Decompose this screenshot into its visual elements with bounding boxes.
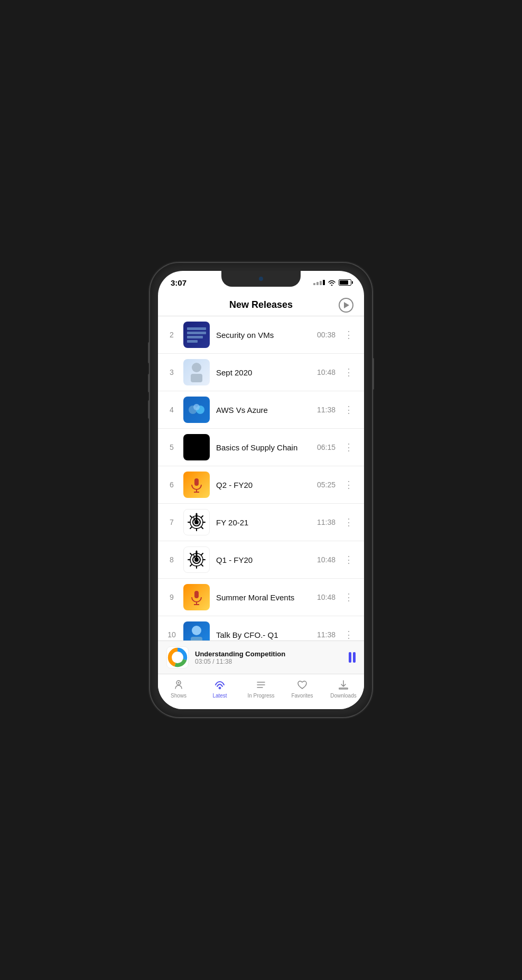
item-thumbnail bbox=[183, 397, 210, 423]
svg-rect-18 bbox=[191, 637, 202, 640]
favorites-tab-icon bbox=[296, 679, 309, 691]
now-playing-time: 03:05 / 11:38 bbox=[195, 658, 342, 665]
more-button[interactable]: ⋮ bbox=[342, 591, 356, 603]
list-item[interactable]: 9 Summer Moral Events 10:48 ⋮ bbox=[158, 579, 364, 616]
item-duration: 05:25 bbox=[317, 480, 335, 489]
item-thumbnail bbox=[183, 472, 210, 498]
tab-favorites[interactable]: Favorites bbox=[282, 679, 323, 699]
play-all-button[interactable] bbox=[339, 298, 353, 313]
item-number: 5 bbox=[166, 443, 177, 451]
tab-bar: Shows Latest bbox=[158, 674, 364, 709]
item-duration: 11:38 bbox=[317, 518, 335, 526]
item-duration: 06:15 bbox=[317, 443, 335, 451]
item-number: 6 bbox=[166, 480, 177, 489]
tab-latest-label: Latest bbox=[212, 693, 227, 699]
item-title: Security on VMs bbox=[216, 331, 311, 340]
svg-point-30 bbox=[174, 654, 182, 662]
item-number: 10 bbox=[166, 630, 177, 639]
item-title: FY 20-21 bbox=[216, 518, 311, 527]
wifi-icon bbox=[328, 279, 336, 286]
item-number: 4 bbox=[166, 406, 177, 414]
list-item[interactable]: 5 bbox=[158, 429, 364, 466]
now-playing-title: Understanding Competition bbox=[195, 650, 342, 658]
tab-favorites-label: Favorites bbox=[291, 693, 313, 699]
screen-content: New Releases 2 bbox=[158, 294, 364, 709]
item-duration: 10:48 bbox=[317, 593, 335, 601]
svg-rect-1 bbox=[191, 374, 202, 382]
pause-bar-left bbox=[349, 652, 351, 663]
header: New Releases bbox=[158, 294, 364, 316]
status-bar: 3:07 bbox=[158, 271, 364, 294]
status-icons bbox=[313, 279, 351, 286]
list-item[interactable]: 4 AWS Vs Azure 11:38 ⋮ bbox=[158, 391, 364, 429]
in-progress-tab-icon bbox=[255, 679, 267, 691]
tab-in-progress[interactable]: In Progress bbox=[240, 679, 282, 699]
item-number: 2 bbox=[166, 331, 177, 339]
item-thumbnail bbox=[183, 359, 210, 385]
tab-downloads[interactable]: Downloads bbox=[323, 679, 364, 699]
more-button[interactable]: ⋮ bbox=[342, 329, 356, 341]
page-title: New Releases bbox=[229, 299, 293, 310]
item-title: Sept 2020 bbox=[216, 368, 311, 377]
battery-icon bbox=[339, 279, 351, 286]
item-title: Basics of Supply Chain bbox=[216, 443, 311, 452]
list-item[interactable]: 2 Security on VMs 00:38 ⋮ bbox=[158, 316, 364, 354]
svg-point-0 bbox=[192, 363, 201, 372]
more-button[interactable]: ⋮ bbox=[342, 629, 356, 640]
svg-point-4 bbox=[193, 404, 200, 410]
svg-point-17 bbox=[192, 626, 201, 635]
signal-icon bbox=[313, 280, 325, 285]
item-number: 3 bbox=[166, 368, 177, 376]
tab-latest[interactable]: Latest bbox=[199, 679, 240, 699]
list-item[interactable]: 6 Q2 - FY20 05:25 ⋮ bbox=[158, 466, 364, 504]
tab-downloads-label: Downloads bbox=[330, 693, 356, 699]
list-container[interactable]: 2 Security on VMs 00:38 ⋮ bbox=[158, 316, 364, 640]
item-thumbnail bbox=[183, 546, 210, 573]
item-thumbnail bbox=[183, 621, 210, 640]
item-thumbnail bbox=[183, 584, 210, 610]
svg-point-33 bbox=[219, 687, 221, 689]
more-button[interactable]: ⋮ bbox=[342, 554, 356, 566]
item-thumbnail bbox=[183, 509, 210, 535]
item-duration: 00:38 bbox=[317, 331, 335, 339]
tab-in-progress-label: In Progress bbox=[247, 693, 274, 699]
svg-point-32 bbox=[178, 682, 180, 684]
downloads-tab-icon bbox=[337, 679, 350, 691]
item-thumbnail bbox=[183, 322, 210, 348]
item-number: 8 bbox=[166, 555, 177, 564]
now-playing-thumbnail bbox=[166, 646, 189, 668]
play-icon bbox=[344, 302, 349, 308]
more-button[interactable]: ⋮ bbox=[342, 516, 356, 528]
now-playing-info: Understanding Competition 03:05 / 11:38 bbox=[195, 650, 342, 665]
item-duration: 11:38 bbox=[317, 630, 335, 639]
list-item[interactable]: 7 FY 20-21 11:38 bbox=[158, 504, 364, 541]
item-duration: 11:38 bbox=[317, 406, 335, 414]
pause-button[interactable] bbox=[349, 652, 356, 663]
list-item[interactable]: 8 Q1 - FY20 10:48 bbox=[158, 541, 364, 579]
phone-shell: 3:07 N bbox=[150, 263, 372, 717]
latest-tab-icon bbox=[213, 679, 226, 691]
item-title: Q2 - FY20 bbox=[216, 480, 311, 489]
svg-rect-5 bbox=[194, 478, 199, 486]
item-duration: 10:48 bbox=[317, 555, 335, 564]
more-button[interactable]: ⋮ bbox=[342, 479, 356, 491]
more-button[interactable]: ⋮ bbox=[342, 404, 356, 416]
item-title: AWS Vs Azure bbox=[216, 406, 311, 414]
more-button[interactable]: ⋮ bbox=[342, 366, 356, 378]
status-time: 3:07 bbox=[171, 278, 187, 287]
tab-shows-label: Shows bbox=[171, 693, 187, 699]
item-number: 7 bbox=[166, 518, 177, 526]
item-number: 9 bbox=[166, 593, 177, 601]
podcast-tab-icon bbox=[172, 679, 185, 691]
item-title: Q1 - FY20 bbox=[216, 555, 311, 564]
list-item[interactable]: 3 Sept 2020 10:48 ⋮ bbox=[158, 354, 364, 391]
list-item[interactable]: 10 Talk By CFO.- Q1 11:38 ⋮ bbox=[158, 616, 364, 640]
item-title: Summer Moral Events bbox=[216, 593, 311, 602]
now-playing-bar[interactable]: Understanding Competition 03:05 / 11:38 bbox=[158, 640, 364, 674]
tab-shows[interactable]: Shows bbox=[158, 679, 199, 699]
pause-bar-right bbox=[353, 652, 356, 663]
phone-screen: 3:07 N bbox=[158, 271, 364, 709]
item-thumbnail bbox=[183, 434, 210, 460]
more-button[interactable]: ⋮ bbox=[342, 441, 356, 453]
item-duration: 10:48 bbox=[317, 368, 335, 376]
